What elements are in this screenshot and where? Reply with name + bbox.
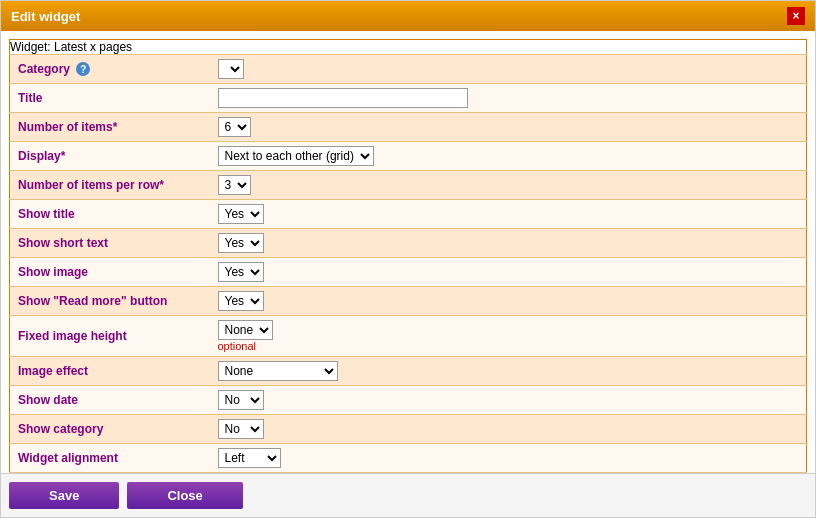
table-row: Widget alignment Left Right Center bbox=[10, 444, 807, 473]
field-label-image-effect: Image effect bbox=[10, 357, 210, 386]
table-row: Show "Read more" button Yes No bbox=[10, 287, 807, 316]
field-value-number-of-items: 6 bbox=[210, 113, 807, 142]
field-value-show-title: Yes No bbox=[210, 200, 807, 229]
field-label-display: Display* bbox=[10, 142, 210, 171]
field-value-show-short-text: Yes No bbox=[210, 229, 807, 258]
table-row: Title bbox=[10, 84, 807, 113]
field-label-widget-alignment: Widget alignment bbox=[10, 444, 210, 473]
widget-alignment-select[interactable]: Left Right Center bbox=[218, 448, 281, 468]
table-row: Show image Yes No bbox=[10, 258, 807, 287]
category-info-icon[interactable]: ? bbox=[76, 62, 90, 76]
dialog-footer: Save Close bbox=[1, 473, 815, 517]
table-row: Display* Next to each other (grid) bbox=[10, 142, 807, 171]
show-read-more-select[interactable]: Yes No bbox=[218, 291, 264, 311]
table-row: Category ? bbox=[10, 55, 807, 84]
table-row: Show category No Yes bbox=[10, 415, 807, 444]
field-value-title bbox=[210, 84, 807, 113]
field-label-items-per-row: Number of items per row* bbox=[10, 171, 210, 200]
field-label-show-title: Show title bbox=[10, 200, 210, 229]
widget-title-row: Widget: Latest x pages bbox=[10, 40, 807, 55]
title-input[interactable] bbox=[218, 88, 468, 108]
table-row: Fixed image height None optional bbox=[10, 316, 807, 357]
field-label-show-read-more: Show "Read more" button bbox=[10, 287, 210, 316]
field-value-show-date: No Yes bbox=[210, 386, 807, 415]
widget-section-title: Widget: Latest x pages bbox=[10, 40, 807, 55]
show-date-select[interactable]: No Yes bbox=[218, 390, 264, 410]
show-title-select[interactable]: Yes No bbox=[218, 204, 264, 224]
field-label-number-of-items: Number of items* bbox=[10, 113, 210, 142]
field-value-items-per-row: 3 bbox=[210, 171, 807, 200]
field-label-fixed-image-height: Fixed image height bbox=[10, 316, 210, 357]
field-value-show-category: No Yes bbox=[210, 415, 807, 444]
field-label-title: Title bbox=[10, 84, 210, 113]
field-value-fixed-image-height: None optional bbox=[210, 316, 807, 357]
category-select[interactable] bbox=[218, 59, 244, 79]
field-label-category: Category ? bbox=[10, 55, 210, 84]
field-value-widget-alignment: Left Right Center bbox=[210, 444, 807, 473]
table-row: Show title Yes No bbox=[10, 200, 807, 229]
dialog-title: Edit widget bbox=[11, 9, 80, 24]
items-per-row-select[interactable]: 3 bbox=[218, 175, 251, 195]
field-value-show-image: Yes No bbox=[210, 258, 807, 287]
close-button[interactable]: Close bbox=[127, 482, 242, 509]
field-label-show-short-text: Show short text bbox=[10, 229, 210, 258]
number-of-items-select[interactable]: 6 bbox=[218, 117, 251, 137]
widget-form-table: Widget: Latest x pages Category ? Title bbox=[9, 39, 807, 473]
save-button[interactable]: Save bbox=[9, 482, 119, 509]
close-x-button[interactable]: × bbox=[787, 7, 805, 25]
image-effect-select[interactable]: None bbox=[218, 361, 338, 381]
field-label-show-date: Show date bbox=[10, 386, 210, 415]
field-label-show-category: Show category bbox=[10, 415, 210, 444]
title-bar: Edit widget × bbox=[1, 1, 815, 31]
display-select[interactable]: Next to each other (grid) bbox=[218, 146, 374, 166]
field-label-show-image: Show image bbox=[10, 258, 210, 287]
field-value-display: Next to each other (grid) bbox=[210, 142, 807, 171]
optional-note: optional bbox=[218, 340, 799, 352]
field-value-show-read-more: Yes No bbox=[210, 287, 807, 316]
table-row: Number of items per row* 3 bbox=[10, 171, 807, 200]
field-value-image-effect: None bbox=[210, 357, 807, 386]
table-row: Show short text Yes No bbox=[10, 229, 807, 258]
table-row: Show date No Yes bbox=[10, 386, 807, 415]
show-category-select[interactable]: No Yes bbox=[218, 419, 264, 439]
fixed-image-height-select[interactable]: None bbox=[218, 320, 273, 340]
show-image-select[interactable]: Yes No bbox=[218, 262, 264, 282]
show-short-text-select[interactable]: Yes No bbox=[218, 233, 264, 253]
table-row: Number of items* 6 bbox=[10, 113, 807, 142]
edit-widget-dialog: Edit widget × Widget: Latest x pages Cat… bbox=[0, 0, 816, 518]
field-value-category bbox=[210, 55, 807, 84]
content-area: Widget: Latest x pages Category ? Title bbox=[1, 31, 815, 473]
table-row: Image effect None bbox=[10, 357, 807, 386]
